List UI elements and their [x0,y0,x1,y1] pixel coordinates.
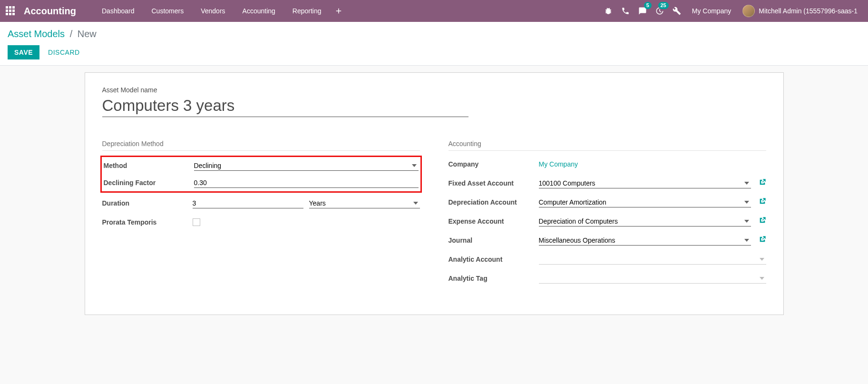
activities-icon[interactable]: 25 [651,0,668,22]
control-panel: Asset Models / New SAVE DISCARD [0,22,868,66]
label-duration: Duration [102,199,193,207]
new-icon[interactable] [330,0,347,22]
duration-unit-select[interactable] [309,198,420,208]
menu-customers[interactable]: Customers [143,0,193,22]
analytic-tag-input[interactable] [539,274,766,284]
tools-icon[interactable] [668,0,685,22]
label-method: Method [104,162,194,169]
method-select[interactable] [194,161,419,171]
phone-icon[interactable] [617,0,634,22]
menu-reporting[interactable]: Reporting [284,0,330,22]
declining-factor-input[interactable] [194,178,419,188]
group-depreciation: Depreciation Method Method Declining Fac… [102,140,420,291]
analytic-account-input[interactable] [539,255,766,265]
journal-input[interactable] [539,236,751,246]
breadcrumb: Asset Models / New [8,29,860,39]
app-brand[interactable]: Accounting [24,6,76,17]
expense-account-input[interactable] [539,217,751,226]
label-analytic-tag: Analytic Tag [449,275,539,282]
discard-button[interactable]: DISCARD [48,49,80,56]
group-accounting-title: Accounting [449,140,766,151]
avatar [742,5,755,17]
menu-vendors[interactable]: Vendors [192,0,234,22]
depreciation-account-input[interactable] [539,197,751,207]
group-depreciation-title: Depreciation Method [102,140,420,151]
messages-icon[interactable]: 5 [634,0,651,22]
company-switcher[interactable]: My Company [685,7,738,15]
main-navbar: Accounting Dashboard Customers Vendors A… [0,0,868,22]
external-link-icon[interactable] [759,217,766,226]
bug-icon[interactable] [600,0,617,22]
external-link-icon[interactable] [759,236,766,245]
external-link-icon[interactable] [759,197,766,207]
breadcrumb-current: New [78,29,97,39]
save-button[interactable]: SAVE [8,45,39,59]
user-menu[interactable]: Mitchell Admin (15557996-saas-1 [738,5,862,17]
duration-number-input[interactable] [193,198,303,208]
highlighted-fields: Method Declining Factor [100,156,422,193]
label-prorata: Prorata Temporis [102,218,193,226]
label-journal: Journal [449,236,539,244]
breadcrumb-sep: / [68,29,75,39]
messages-badge: 5 [644,2,652,9]
label-company: Company [449,160,539,168]
apps-icon[interactable] [6,6,15,16]
form-sheet: Asset Model name Depreciation Method Met… [85,72,784,315]
label-analytic-account: Analytic Account [449,256,539,263]
menu-accounting[interactable]: Accounting [234,0,284,22]
label-declining-factor: Declining Factor [104,179,194,187]
external-link-icon[interactable] [759,178,766,188]
activities-badge: 25 [658,2,669,9]
menu-dashboard[interactable]: Dashboard [93,0,143,22]
prorata-checkbox[interactable] [193,218,200,226]
group-accounting: Accounting Company My Company Fixed Asse… [449,140,766,291]
breadcrumb-parent[interactable]: Asset Models [8,29,65,39]
label-expense-account: Expense Account [449,217,539,225]
label-fixed-asset-account: Fixed Asset Account [449,179,539,187]
user-name: Mitchell Admin (15557996-saas-1 [759,7,858,15]
fixed-asset-account-input[interactable] [539,178,751,188]
title-label: Asset Model name [102,86,766,94]
asset-model-name-input[interactable] [102,96,468,117]
company-link[interactable]: My Company [539,160,578,168]
label-depreciation-account: Depreciation Account [449,198,539,206]
